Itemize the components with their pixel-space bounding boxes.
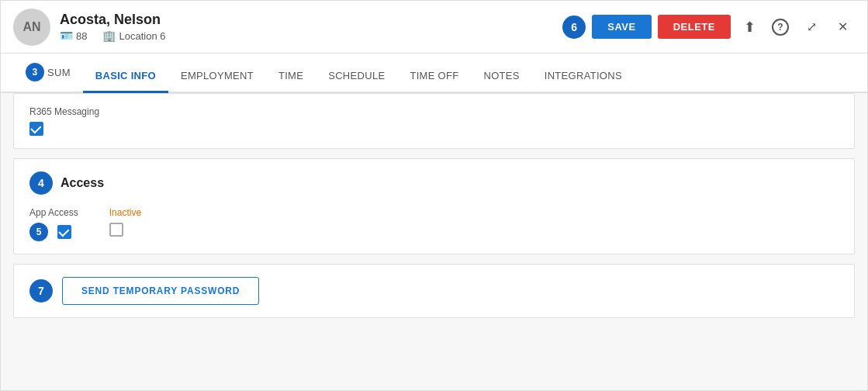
employee-card-icon: 🪪 [60, 29, 73, 42]
tab-schedule[interactable]: SCHEDULE [316, 61, 397, 93]
tabs-bar: 3 SUM BASIC INFO EMPLOYMENT TIME SCHEDUL… [1, 54, 867, 93]
tab-employment[interactable]: EMPLOYMENT [168, 61, 266, 93]
main-content: R365 Messaging 4 Access App Access 5 [1, 93, 867, 390]
messaging-checkbox-container [29, 122, 839, 136]
access-fields-row: App Access 5 Inactive [29, 207, 839, 241]
save-button[interactable]: SAVE [592, 15, 651, 39]
tab-basic-info[interactable]: BASIC INFO [83, 61, 168, 93]
step-badge-3: 3 [26, 63, 44, 81]
close-icon: ✕ [838, 19, 848, 34]
temp-password-section: 7 SEND TEMPORARY PASSWORD [13, 264, 855, 318]
tab-summary[interactable]: 3 SUM [13, 54, 83, 93]
help-icon: ? [772, 19, 789, 36]
access-header: 4 Access [29, 171, 839, 195]
app-access-group: App Access 5 [29, 207, 78, 241]
delete-button[interactable]: DELETE [658, 15, 731, 39]
app-access-label: App Access [29, 207, 78, 218]
inactive-group: Inactive [109, 207, 141, 237]
expand-icon: ⤢ [807, 19, 817, 34]
inactive-checkbox[interactable] [109, 223, 123, 237]
app-access-checkbox[interactable] [57, 225, 71, 239]
upload-button[interactable]: ⬆ [737, 15, 762, 40]
close-button[interactable]: ✕ [830, 15, 855, 40]
access-title: Access [61, 176, 104, 190]
step-badge-7: 7 [29, 279, 53, 303]
location-icon: 🏢 [102, 29, 116, 42]
header-info: Acosta, Nelson 🪪 88 🏢 Location 6 [60, 12, 562, 42]
step-badge-4: 4 [29, 171, 53, 195]
tab-time-off[interactable]: TIME OFF [397, 61, 471, 93]
tab-notes[interactable]: NOTES [471, 61, 531, 93]
inactive-checkbox-container [109, 223, 141, 237]
expand-button[interactable]: ⤢ [799, 15, 824, 40]
header-meta: 🪪 88 🏢 Location 6 [60, 29, 562, 42]
messaging-label: R365 Messaging [29, 106, 839, 117]
modal-header: AN Acosta, Nelson 🪪 88 🏢 Location 6 6 SA… [1, 1, 867, 54]
employee-id-meta: 🪪 88 [60, 29, 87, 42]
location-name: Location 6 [119, 30, 165, 42]
header-actions: 6 SAVE DELETE ⬆ ? ⤢ ✕ [562, 15, 855, 40]
location-meta: 🏢 Location 6 [102, 29, 165, 42]
send-temp-password-button[interactable]: SEND TEMPORARY PASSWORD [62, 277, 259, 305]
employee-modal: AN Acosta, Nelson 🪪 88 🏢 Location 6 6 SA… [0, 0, 868, 391]
step-badge-6: 6 [562, 16, 586, 39]
messaging-checkbox[interactable] [29, 122, 43, 136]
tab-integrations[interactable]: INTEGRATIONS [532, 61, 635, 93]
step-badge-5: 5 [29, 223, 48, 241]
employee-id: 88 [76, 30, 87, 42]
access-section: 4 Access App Access 5 Inactive [13, 158, 855, 254]
help-button[interactable]: ? [768, 15, 793, 40]
app-access-checkbox-container: 5 [29, 223, 78, 241]
messaging-section: R365 Messaging [13, 93, 855, 149]
tab-time[interactable]: TIME [266, 61, 316, 93]
employee-name: Acosta, Nelson [60, 12, 562, 28]
inactive-label: Inactive [109, 207, 141, 218]
tab-summary-label: SUM [47, 67, 71, 78]
upload-icon: ⬆ [744, 19, 756, 36]
avatar: AN [13, 9, 50, 46]
